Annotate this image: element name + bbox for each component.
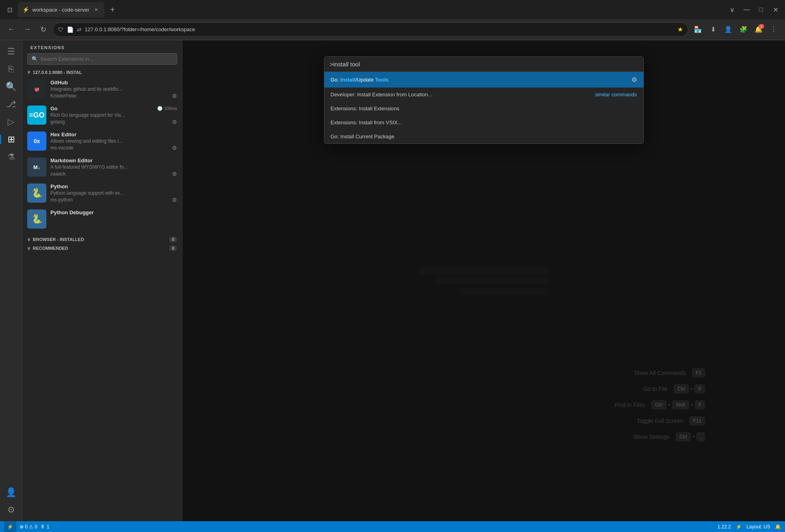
ext-icon-hex: 0x — [27, 132, 46, 151]
activity-icon-account[interactable]: 👤 — [3, 484, 19, 500]
cmd-item-go-install-update[interactable]: Go: Install/Update Tools ⚙ — [324, 72, 643, 88]
ext-gear-python[interactable]: ⚙ — [172, 197, 177, 203]
recommended-header[interactable]: ∨ RECOMMENDED 0 — [22, 244, 182, 253]
ext-desc-go: Rich Go language support for Vis... — [50, 112, 154, 118]
refresh-button[interactable]: ↻ — [37, 23, 50, 36]
active-tab[interactable]: ⚡ workspace - code-server ✕ — [18, 2, 104, 17]
ext-item-hex[interactable]: 0x Hex Editor Allows viewing and editing… — [22, 128, 182, 154]
browser-installed-label: BROWSER - INSTALLED — [33, 237, 84, 242]
minimize-window-button[interactable]: — — [740, 3, 753, 16]
status-errors[interactable]: ⊗ 0 ⚠ 0 — [20, 524, 37, 530]
tab-close-button[interactable]: ✕ — [92, 6, 100, 13]
cmd-item-ext-install-vsix[interactable]: Extensions: Install from VSIX... — [324, 116, 643, 130]
ext-icon-markdown: M↓ — [27, 157, 46, 177]
page-icon: 📄 — [67, 26, 74, 33]
ext-author-hex: ms-vscode — [50, 145, 74, 151]
cmd-label-ext-install-ext: Extensions: Install Extensions — [331, 106, 637, 112]
badge-icon-wrap: 🔔 2 — [752, 23, 765, 36]
tab-favicon: ⚡ — [22, 6, 29, 13]
command-palette-input[interactable] — [330, 61, 638, 68]
similar-commands-link[interactable]: similar commands — [595, 92, 637, 98]
ext-gear-github[interactable]: ⚙ — [172, 93, 177, 99]
ext-info-python-debugger: Python Debugger — [50, 209, 177, 215]
command-palette-overlay: Go: Install/Update Tools ⚙ Developer: In… — [182, 40, 785, 521]
ext-item-go[interactable]: =GO Go 🕐 105ms Rich Go language support … — [22, 102, 182, 128]
url-text: 127.0.0.1:8080/?folder=/home/coder/works… — [85, 26, 674, 32]
activity-icon-menu[interactable]: ☰ — [3, 44, 19, 60]
menu-icon[interactable]: ⋮ — [767, 23, 780, 36]
main-editor-area: Show All Commands F1 Go to File Ctrl + P… — [182, 40, 785, 521]
extensions-icon[interactable]: 🧩 — [737, 23, 750, 36]
status-info[interactable]: 🎙 1 — [40, 524, 49, 530]
chevron-down-icon-2: ∨ — [27, 237, 30, 242]
ext-desc-markdown: A full-featured WYSIWYG editor fo... — [50, 164, 154, 170]
minimize-button[interactable]: ∨ — [726, 3, 739, 16]
ext-name-python: Python — [50, 183, 68, 189]
download-icon[interactable]: ⬇ — [707, 23, 719, 36]
ext-name-python-debugger: Python Debugger — [50, 209, 94, 215]
ext-info-python: Python Python language support with ex..… — [50, 183, 177, 203]
maximize-window-button[interactable]: □ — [755, 3, 767, 16]
search-extensions-container[interactable]: 🔍 — [27, 53, 177, 65]
activity-icon-explorer[interactable]: ⎘ — [3, 61, 19, 77]
cmd-item-ext-install-ext[interactable]: Extensions: Install Extensions — [324, 102, 643, 116]
search-extensions-input[interactable] — [40, 56, 173, 62]
ext-item-github[interactable]: 🐙 GitHub Integrates github and its workf… — [22, 76, 182, 102]
browser-installed-header[interactable]: ∨ BROWSER - INSTALLED 0 — [22, 235, 182, 244]
server-section-header[interactable]: ∨ 127.0.0.1:8080 - INSTAL — [22, 68, 182, 76]
ext-gear-hex[interactable]: ⚙ — [172, 145, 177, 151]
command-palette: Go: Install/Update Tools ⚙ Developer: In… — [324, 56, 644, 144]
highlight-tools: Tools — [375, 77, 389, 83]
account-icon[interactable]: 👤 — [722, 23, 735, 36]
activity-icon-search[interactable]: 🔍 — [3, 79, 19, 95]
activity-bar: ☰ ⎘ 🔍 ⎇ ▷ ⊞ ⚗ 👤 ⚙ — [0, 40, 22, 521]
cmd-label-dev-install-ext: Developer: Install Extension from Locati… — [331, 92, 591, 98]
chevron-down-icon: ∨ — [27, 70, 30, 75]
ext-name-hex: Hex Editor — [50, 132, 76, 137]
close-window-button[interactable]: ✕ — [769, 3, 782, 16]
ext-item-python-debugger[interactable]: 🐍 Python Debugger — [22, 206, 182, 232]
cmd-gear-go-install[interactable]: ⚙ — [631, 76, 637, 84]
ext-info-github: GitHub Integrates github and its workflo… — [50, 80, 177, 99]
ext-desc-github: Integrates github and its workflo... — [50, 86, 154, 92]
status-right: 1.22.2 ⚡ Layout: US 🔔 — [717, 524, 781, 530]
status-layout[interactable]: Layout: US — [747, 524, 770, 530]
split-icon: ⇄ — [77, 26, 82, 33]
recommended-count: 0 — [169, 245, 177, 251]
cmd-item-go-install-current[interactable]: Go: Install Current Package — [324, 130, 643, 143]
status-version[interactable]: 1.22.2 — [717, 524, 731, 530]
address-bar[interactable]: 🛡 📄 ⇄ 127.0.0.1:8080/?folder=/home/coder… — [53, 22, 688, 37]
ext-item-markdown[interactable]: M↓ Markdown Editor A full-featured WYSIW… — [22, 154, 182, 180]
activity-icon-flask[interactable]: ⚗ — [3, 149, 19, 165]
extensions-sidebar: EXTENSIONS 🔍 ∨ 127.0.0.1:8080 - INSTAL 🐙… — [22, 40, 182, 521]
bookmark-star-icon[interactable]: ★ — [677, 26, 683, 33]
status-bar: ⚡ ⊗ 0 ⚠ 0 🎙 1 1.22.2 ⚡ Layout: US 🔔 — [0, 521, 785, 532]
ext-author-github: KnisterPeter — [50, 93, 77, 99]
status-left: ⚡ ⊗ 0 ⚠ 0 🎙 1 — [4, 521, 49, 532]
activity-icon-source-control[interactable]: ⎇ — [3, 96, 19, 112]
window-controls: ∨ — □ ✕ — [726, 3, 782, 16]
ext-icon-github: 🐙 — [27, 80, 46, 99]
activity-bar-bottom: 👤 ⚙ — [3, 484, 19, 518]
command-input-row — [324, 57, 643, 72]
highlight-install: Install — [340, 77, 356, 83]
command-results: Go: Install/Update Tools ⚙ Developer: In… — [324, 72, 643, 143]
new-tab-button[interactable]: + — [106, 3, 119, 16]
ext-name-markdown: Markdown Editor — [50, 157, 92, 163]
activity-icon-run[interactable]: ▷ — [3, 114, 19, 130]
pocket-icon[interactable]: 🏪 — [691, 23, 704, 36]
activity-icon-settings[interactable]: ⚙ — [3, 502, 19, 518]
ext-desc-python: Python language support with ex... — [50, 190, 154, 196]
status-notification-icon[interactable]: 🔔 — [775, 524, 781, 530]
ext-gear-go[interactable]: ⚙ — [172, 119, 177, 125]
status-remote-icon[interactable]: ⚡ — [4, 521, 16, 532]
ext-item-python[interactable]: 🐍 Python Python language support with ex… — [22, 180, 182, 206]
back-button[interactable]: ← — [5, 23, 18, 36]
ext-author-markdown: zaaack — [50, 171, 66, 177]
forward-button[interactable]: → — [21, 23, 34, 36]
cmd-item-dev-install-ext[interactable]: Developer: Install Extension from Locati… — [324, 88, 643, 102]
browser-toolbar: ← → ↻ 🛡 📄 ⇄ 127.0.0.1:8080/?folder=/home… — [0, 19, 785, 40]
activity-icon-extensions[interactable]: ⊞ — [3, 132, 19, 147]
ext-gear-markdown[interactable]: ⚙ — [172, 171, 177, 177]
ext-desc-hex: Allows viewing and editing files i... — [50, 138, 154, 144]
